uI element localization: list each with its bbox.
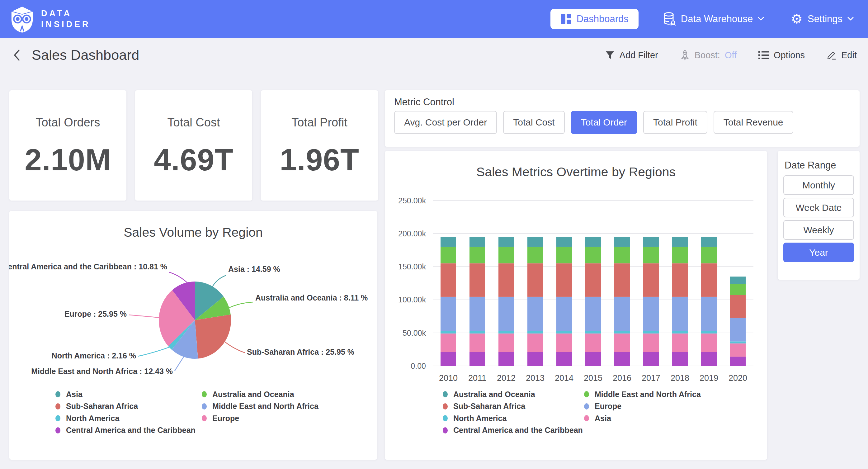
metric-option-total-revenue[interactable]: Total Revenue — [714, 111, 793, 134]
bar-segment-sub-saharan-africa-2012[interactable] — [498, 263, 514, 297]
bar-segment-europe-2019[interactable] — [701, 297, 717, 331]
bar-segment-europe-2014[interactable] — [556, 297, 572, 331]
bar-segment-central-america-and-the-caribbean-2014[interactable] — [556, 352, 572, 366]
bar-segment-middle-east-and-north-africa-2016[interactable] — [614, 247, 630, 263]
bar-segment-asia-2010[interactable] — [440, 333, 456, 352]
bar-segment-europe-2012[interactable] — [498, 297, 514, 331]
bar-segment-central-america-and-the-caribbean-2015[interactable] — [585, 352, 601, 366]
bar-segment-north-america-2017[interactable] — [643, 331, 659, 333]
brand-logo[interactable]: DATA INSIDER — [9, 5, 91, 33]
date-range-option-monthly[interactable]: Monthly — [783, 175, 854, 195]
metric-option-avg-cost-per-order[interactable]: Avg. Cost per Order — [394, 111, 497, 134]
bar-segment-north-america-2014[interactable] — [556, 331, 572, 333]
bar-segment-asia-2013[interactable] — [527, 333, 543, 352]
bar-segment-middle-east-and-north-africa-2014[interactable] — [556, 247, 572, 263]
bar-segment-asia-2016[interactable] — [614, 333, 630, 352]
bar-segment-europe-2015[interactable] — [585, 297, 601, 331]
bar-segment-asia-2018[interactable] — [672, 333, 688, 352]
date-range-option-year[interactable]: Year — [783, 243, 854, 262]
bar-segment-asia-2011[interactable] — [469, 333, 485, 352]
legend-item-middle-east-and-north-africa[interactable]: Middle East and North Africa — [202, 402, 348, 411]
bar-segment-central-america-and-the-caribbean-2013[interactable] — [527, 352, 543, 366]
nav-dashboards-button[interactable]: Dashboards — [551, 9, 639, 29]
bar-segment-australia-and-oceania-2020[interactable] — [730, 276, 746, 284]
bar-segment-sub-saharan-africa-2019[interactable] — [701, 263, 717, 297]
pie-slice-sub-saharan-africa[interactable] — [195, 315, 231, 359]
metric-option-total-cost[interactable]: Total Cost — [503, 111, 564, 134]
metric-option-total-order[interactable]: Total Order — [571, 111, 637, 134]
bar-segment-europe-2016[interactable] — [614, 297, 630, 331]
bar-segment-north-america-2019[interactable] — [701, 331, 717, 333]
bar-segment-sub-saharan-africa-2018[interactable] — [672, 263, 688, 297]
bar-segment-middle-east-and-north-africa-2017[interactable] — [643, 247, 659, 263]
bar-segment-central-america-and-the-caribbean-2010[interactable] — [440, 352, 456, 366]
bar-segment-north-america-2015[interactable] — [585, 331, 601, 333]
bar-segment-australia-and-oceania-2014[interactable] — [556, 237, 572, 247]
bar-segment-sub-saharan-africa-2013[interactable] — [527, 263, 543, 297]
bar-segment-europe-2010[interactable] — [440, 297, 456, 331]
legend-item-north-america[interactable]: North America — [55, 414, 202, 423]
legend-item-north-america[interactable]: North America — [443, 414, 584, 423]
nav-settings-button[interactable]: ⚙ Settings — [789, 12, 856, 26]
bar-segment-sub-saharan-africa-2017[interactable] — [643, 263, 659, 297]
legend-item-australia-and-oceania[interactable]: Australia and Oceania — [443, 390, 584, 399]
bar-segment-north-america-2016[interactable] — [614, 331, 630, 333]
bar-segment-central-america-and-the-caribbean-2011[interactable] — [469, 352, 485, 366]
date-range-option-weekly[interactable]: Weekly — [783, 220, 854, 240]
bar-segment-australia-and-oceania-2011[interactable] — [469, 237, 485, 247]
legend-item-asia[interactable]: Asia — [584, 414, 725, 423]
bar-segment-australia-and-oceania-2012[interactable] — [498, 237, 514, 247]
legend-item-central-america-and-the-caribbean[interactable]: Central America and the Caribbean — [55, 426, 202, 435]
bar-segment-middle-east-and-north-africa-2013[interactable] — [527, 247, 543, 263]
bar-segment-north-america-2010[interactable] — [440, 331, 456, 333]
metric-option-total-profit[interactable]: Total Profit — [643, 111, 707, 134]
legend-item-europe[interactable]: Europe — [202, 414, 348, 423]
bar-segment-central-america-and-the-caribbean-2020[interactable] — [730, 357, 746, 366]
bar-segment-europe-2011[interactable] — [469, 297, 485, 331]
bar-segment-middle-east-and-north-africa-2018[interactable] — [672, 247, 688, 263]
bar-segment-australia-and-oceania-2015[interactable] — [585, 237, 601, 247]
legend-item-europe[interactable]: Europe — [584, 402, 725, 411]
bar-segment-australia-and-oceania-2017[interactable] — [643, 237, 659, 247]
date-range-option-week-date[interactable]: Week Date — [783, 198, 854, 217]
bar-segment-north-america-2020[interactable] — [730, 341, 746, 343]
bar-segment-central-america-and-the-caribbean-2018[interactable] — [672, 352, 688, 366]
back-button[interactable] — [13, 49, 21, 61]
bar-segment-australia-and-oceania-2018[interactable] — [672, 237, 688, 247]
edit-button[interactable]: Edit — [825, 50, 859, 61]
bar-segment-north-america-2012[interactable] — [498, 331, 514, 333]
bar-segment-europe-2013[interactable] — [527, 297, 543, 331]
bar-segment-north-america-2011[interactable] — [469, 331, 485, 333]
options-button[interactable]: Options — [756, 50, 807, 61]
bar-segment-asia-2017[interactable] — [643, 333, 659, 352]
bar-segment-central-america-and-the-caribbean-2017[interactable] — [643, 352, 659, 366]
bar-segment-central-america-and-the-caribbean-2012[interactable] — [498, 352, 514, 366]
nav-data-warehouse-button[interactable]: Data Warehouse — [661, 12, 766, 26]
bar-segment-sub-saharan-africa-2010[interactable] — [440, 263, 456, 297]
bar-segment-sub-saharan-africa-2015[interactable] — [585, 263, 601, 297]
bar-segment-central-america-and-the-caribbean-2016[interactable] — [614, 352, 630, 366]
legend-item-sub-saharan-africa[interactable]: Sub-Saharan Africa — [55, 402, 202, 411]
bar-segment-middle-east-and-north-africa-2010[interactable] — [440, 247, 456, 263]
bar-segment-sub-saharan-africa-2016[interactable] — [614, 263, 630, 297]
bar-segment-europe-2018[interactable] — [672, 297, 688, 331]
bar-segment-australia-and-oceania-2010[interactable] — [440, 237, 456, 247]
bar-segment-middle-east-and-north-africa-2019[interactable] — [701, 247, 717, 263]
boost-toggle[interactable]: Boost: Off — [678, 49, 739, 61]
bar-segment-sub-saharan-africa-2011[interactable] — [469, 263, 485, 297]
add-filter-button[interactable]: Add Filter — [603, 50, 660, 61]
bar-segment-europe-2020[interactable] — [730, 318, 746, 342]
bar-segment-australia-and-oceania-2016[interactable] — [614, 237, 630, 247]
legend-item-asia[interactable]: Asia — [55, 390, 202, 399]
bar-segment-north-america-2013[interactable] — [527, 331, 543, 333]
bar-segment-europe-2017[interactable] — [643, 297, 659, 331]
bar-segment-asia-2019[interactable] — [701, 333, 717, 352]
legend-item-middle-east-and-north-africa[interactable]: Middle East and North Africa — [584, 390, 725, 399]
bar-segment-middle-east-and-north-africa-2012[interactable] — [498, 247, 514, 263]
bar-segment-middle-east-and-north-africa-2015[interactable] — [585, 247, 601, 263]
bar-segment-australia-and-oceania-2013[interactable] — [527, 237, 543, 247]
bar-segment-asia-2015[interactable] — [585, 333, 601, 352]
bar-segment-asia-2012[interactable] — [498, 333, 514, 352]
bar-segment-sub-saharan-africa-2014[interactable] — [556, 263, 572, 297]
bar-segment-middle-east-and-north-africa-2020[interactable] — [730, 284, 746, 295]
